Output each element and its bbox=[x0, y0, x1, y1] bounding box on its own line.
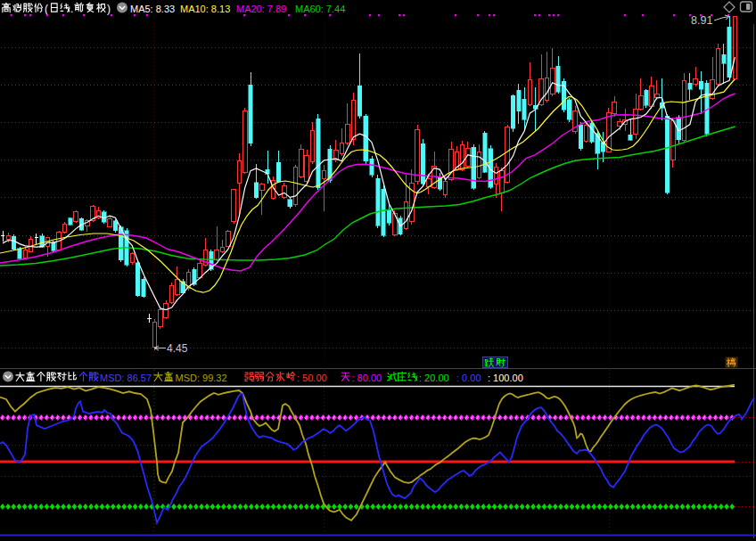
svg-text:.: . bbox=[70, 3, 73, 15]
svg-text:MSD: 86.57: MSD: 86.57 bbox=[100, 373, 152, 383]
svg-text:MA5: 8.33: MA5: 8.33 bbox=[130, 4, 175, 14]
svg-text:MA20: 7.89: MA20: 7.89 bbox=[236, 4, 286, 14]
svg-text:: 20.00: : 20.00 bbox=[419, 373, 449, 383]
svg-text:MSD: 99.32: MSD: 99.32 bbox=[176, 373, 227, 383]
svg-text:: 80.00: : 80.00 bbox=[352, 373, 382, 383]
svg-text:MA60: 7.44: MA60: 7.44 bbox=[295, 4, 345, 14]
svg-text:8.91: 8.91 bbox=[691, 14, 712, 27]
svg-text:4.45: 4.45 bbox=[167, 342, 188, 355]
svg-text:: 50.00: : 50.00 bbox=[297, 373, 327, 383]
svg-text:): ) bbox=[107, 3, 111, 15]
svg-text:: 100.00: : 100.00 bbox=[488, 373, 523, 383]
svg-text:(: ( bbox=[45, 3, 48, 15]
svg-text:: 0.00: : 0.00 bbox=[456, 373, 481, 383]
svg-text:MA10: 8.13: MA10: 8.13 bbox=[180, 4, 230, 14]
